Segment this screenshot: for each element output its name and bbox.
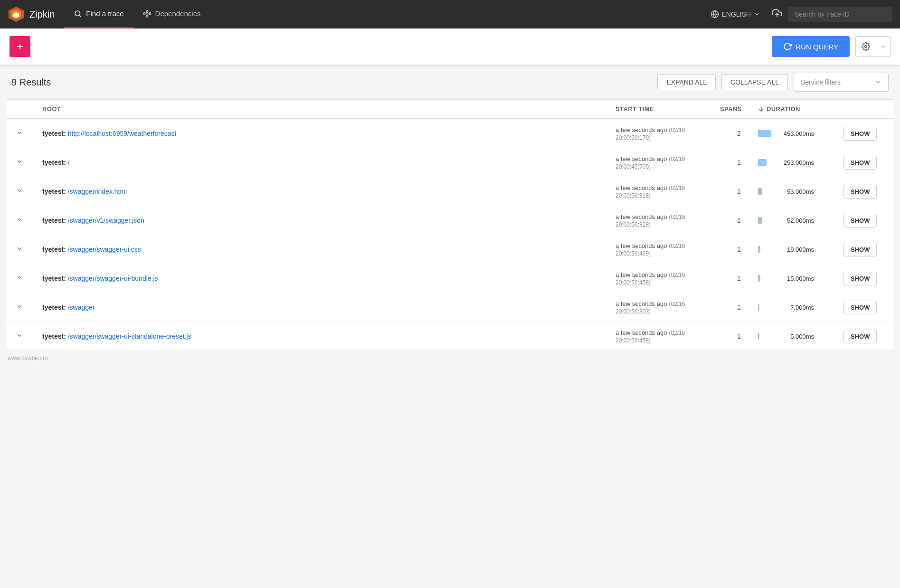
row-spans: 1 (720, 188, 758, 195)
row-duration: 5.000ms (758, 332, 843, 341)
col-header-spans: Spans (720, 105, 758, 113)
row-route[interactable]: /swagger/swagger-ui.css (68, 246, 141, 253)
add-icon: + (17, 40, 23, 53)
table-row: tyetest: /swagger/swagger-ui-standalone-… (6, 322, 894, 351)
show-trace-button[interactable]: SHOW (843, 243, 877, 256)
row-duration-text: 53.000ms (776, 188, 814, 195)
chevron-expand-btn[interactable] (14, 243, 25, 256)
row-duration-text: 253.000ms (776, 159, 814, 166)
language-selector[interactable]: ENGLISH (705, 10, 766, 19)
run-query-button[interactable]: RUN QUERY (772, 36, 850, 57)
show-trace-button[interactable]: SHOW (843, 127, 877, 141)
row-service-name: tyetest: (42, 246, 66, 253)
chevron-expand-btn[interactable] (14, 185, 25, 198)
table-row: tyetest: / a few seconds ago (02/16 20:0… (6, 148, 894, 177)
row-start-time-relative: a few seconds ago (616, 300, 667, 307)
row-start-time: a few seconds ago (02/16 20:00:56:458) (616, 329, 720, 344)
row-route[interactable]: http://localhost:6959/weatherforecast (68, 130, 177, 137)
row-root: tyetest: / (42, 159, 616, 166)
row-route[interactable]: / (68, 159, 70, 166)
upload-button[interactable] (766, 8, 788, 21)
table-row: tyetest: /swagger/v1/swagger.json a few … (6, 206, 894, 235)
duration-bar (758, 188, 762, 195)
show-trace-button[interactable]: SHOW (843, 272, 877, 285)
chevron-expand-btn[interactable] (14, 330, 25, 343)
collapse-all-button[interactable]: COLLAPSE ALL (721, 74, 788, 90)
chevron-expand-btn[interactable] (14, 127, 25, 140)
brand-logo[interactable]: Zipkin (8, 6, 55, 23)
row-start-time: a few seconds ago (02/16 20:00:56:318) (616, 184, 720, 199)
settings-button[interactable] (855, 36, 876, 57)
duration-bar (758, 130, 771, 137)
expand-all-button[interactable]: EXPAND ALL (657, 74, 716, 90)
row-expand-toggle[interactable] (14, 214, 42, 227)
chevron-expand-btn[interactable] (14, 156, 25, 169)
row-root: tyetest: /swagger/swagger-ui-bundle.js (42, 275, 616, 282)
duration-bar-container (758, 303, 772, 312)
row-duration: 253.000ms (758, 158, 843, 167)
nav-dependencies[interactable]: Dependencies (133, 0, 210, 28)
table-body: tyetest: http://localhost:6959/weatherfo… (6, 119, 894, 351)
row-route[interactable]: /swagger/index.html (68, 188, 127, 195)
chevron-down-small-icon (881, 44, 886, 49)
row-duration-text: 19.000ms (776, 246, 814, 253)
row-spans: 1 (720, 332, 758, 340)
network-icon (143, 9, 152, 18)
table-row: tyetest: http://localhost:6959/weatherfo… (6, 119, 894, 148)
refresh-icon (783, 42, 792, 51)
language-label: ENGLISH (722, 10, 751, 18)
row-expand-toggle[interactable] (14, 243, 42, 256)
row-expand-toggle[interactable] (14, 156, 42, 169)
row-route[interactable]: /swagger/swagger-ui-bundle.js (68, 275, 158, 282)
row-expand-toggle[interactable] (14, 330, 42, 343)
col-header-expand (14, 105, 42, 113)
duration-bar-container (758, 245, 772, 254)
row-start-time-relative: a few seconds ago (616, 155, 667, 162)
row-route[interactable]: /swagger (68, 303, 95, 311)
criteria-area (36, 36, 766, 57)
svg-line-4 (80, 15, 81, 17)
row-duration: 52.000ms (758, 216, 843, 225)
row-expand-toggle[interactable] (14, 272, 42, 285)
chevron-expand-btn[interactable] (14, 301, 25, 314)
search-icon (74, 9, 82, 18)
show-trace-button[interactable]: SHOW (843, 214, 877, 228)
nav-find-trace[interactable]: Find a trace (64, 0, 133, 28)
chevron-expand-btn[interactable] (14, 272, 25, 285)
row-start-time-relative: a few seconds ago (616, 242, 667, 249)
sort-desc-icon (758, 106, 765, 113)
row-root: tyetest: /swagger (42, 303, 616, 311)
row-service-name: tyetest: (42, 332, 66, 340)
row-expand-toggle[interactable] (14, 185, 42, 198)
gear-icon (862, 42, 870, 51)
row-route[interactable]: /swagger/swagger-ui-standalone-preset.js (68, 332, 191, 340)
chevron-expand-btn[interactable] (14, 214, 25, 227)
row-route[interactable]: /swagger/v1/swagger.json (68, 217, 144, 224)
show-trace-button[interactable]: SHOW (843, 301, 877, 314)
row-actions: SHOW (843, 214, 886, 228)
duration-bar (758, 217, 762, 224)
row-duration: 7.000ms (758, 303, 843, 312)
results-table: Root Start Time Spans Duration tyetest: … (6, 99, 894, 351)
show-trace-button[interactable]: SHOW (843, 185, 877, 199)
chevron-down-icon (754, 11, 760, 18)
row-spans: 1 (720, 303, 758, 311)
row-expand-toggle[interactable] (14, 301, 42, 314)
row-service-name: tyetest: (42, 159, 66, 166)
row-expand-toggle[interactable] (14, 127, 42, 140)
add-criteria-button[interactable]: + (9, 36, 30, 57)
row-start-time: a few seconds ago (02/16 20:00:56:303) (616, 300, 720, 315)
row-root: tyetest: http://localhost:6959/weatherfo… (42, 130, 616, 137)
table-header: Root Start Time Spans Duration (6, 100, 894, 119)
service-filters-dropdown[interactable]: Service filters (794, 73, 889, 92)
show-trace-button[interactable]: SHOW (843, 330, 877, 343)
settings-group (855, 36, 891, 57)
row-start-time-relative: a few seconds ago (616, 329, 667, 336)
settings-expand-button[interactable] (876, 36, 891, 57)
search-trace-id-input[interactable] (788, 7, 892, 22)
svg-point-16 (865, 46, 867, 48)
row-root: tyetest: /swagger/swagger-ui-standalone-… (42, 332, 616, 340)
row-duration: 453.000ms (758, 129, 843, 138)
row-duration: 53.000ms (758, 187, 843, 196)
show-trace-button[interactable]: SHOW (843, 156, 877, 170)
